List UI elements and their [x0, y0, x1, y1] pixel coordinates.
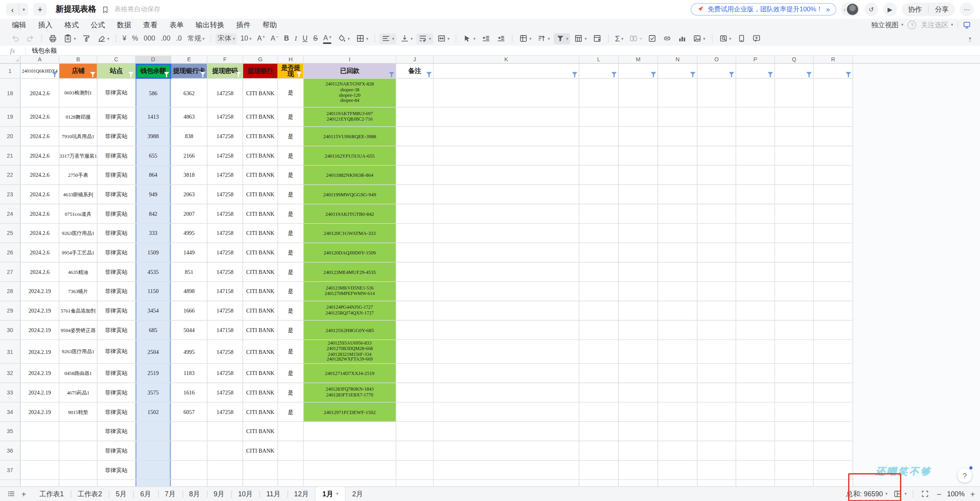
cell-H31[interactable]: 是	[278, 340, 304, 364]
cell-E30[interactable]: 5044	[171, 321, 208, 340]
cell-I29[interactable]: 240124PG44NJ5G-1727240125RQJ74QXN-1727	[304, 301, 396, 321]
filter-funnel-icon[interactable]	[651, 72, 656, 77]
thousand-separator-button[interactable]: 000	[142, 33, 157, 44]
row-header-21[interactable]: 21	[0, 146, 21, 166]
cell-K24[interactable]	[434, 204, 579, 224]
cell-N32[interactable]	[658, 364, 698, 383]
cell-R25[interactable]	[814, 224, 853, 243]
cell-G28[interactable]: CITI BANK	[243, 282, 278, 302]
collaborate-button[interactable]: 协作	[902, 5, 928, 14]
cell-F35[interactable]	[208, 422, 243, 441]
cell-O29[interactable]	[698, 301, 736, 321]
cell-N23[interactable]	[658, 185, 698, 204]
more-button[interactable]: ⋯	[960, 2, 974, 16]
cell-C28[interactable]: 菲律宾站	[98, 282, 136, 302]
cell-B23[interactable]: 4633眼镜系列	[59, 185, 98, 204]
eraser-button[interactable]: ▾	[95, 33, 111, 44]
cell-F26[interactable]: 147258	[208, 243, 243, 263]
italic-button[interactable]: I	[293, 33, 298, 44]
cell-O35[interactable]	[698, 422, 736, 441]
cell-R37[interactable]	[814, 461, 853, 480]
cell-A27[interactable]: 2024.2.6	[21, 263, 59, 282]
cell-J37[interactable]	[396, 461, 434, 480]
cell-R32[interactable]	[814, 364, 853, 383]
select-all-corner[interactable]	[0, 56, 21, 64]
cell-C21[interactable]: 菲律宾站	[98, 146, 136, 166]
sheet-tab-10[interactable]: 12月	[287, 487, 315, 501]
cell-R31[interactable]	[814, 340, 853, 364]
cell-O24[interactable]	[698, 204, 736, 224]
cell-O33[interactable]	[698, 383, 736, 403]
cell-I22[interactable]: 24011882NK9S3R-864	[304, 166, 396, 185]
cell-B22[interactable]: 2750手表	[59, 166, 98, 185]
cell-A29[interactable]: 2024.2.19	[21, 301, 59, 321]
cell-A22[interactable]: 2024.2.6	[21, 166, 59, 185]
cell-F27[interactable]: 147258	[208, 263, 243, 282]
slicer-button[interactable]	[591, 33, 604, 44]
cell-N25[interactable]	[658, 224, 698, 243]
cell-D26[interactable]: 1509	[136, 243, 171, 263]
cell-R23[interactable]	[814, 185, 853, 204]
cell-Q20[interactable]	[775, 127, 814, 146]
cell-Q26[interactable]	[775, 243, 814, 263]
cell-D36[interactable]	[136, 441, 171, 461]
cell-D20[interactable]: 3988	[136, 127, 171, 146]
cell-N22[interactable]	[658, 166, 698, 185]
cell-J32[interactable]	[396, 364, 434, 383]
filter-funnel-icon[interactable]	[846, 72, 851, 77]
cell-R20[interactable]	[814, 127, 853, 146]
cell-P22[interactable]	[736, 166, 775, 185]
cell-H23[interactable]: 是	[278, 185, 304, 204]
cell-G37[interactable]	[243, 461, 278, 480]
filter-funnel-icon[interactable]	[572, 72, 577, 77]
cell-C38[interactable]	[98, 480, 136, 486]
back-button[interactable]: ‹	[6, 3, 19, 16]
cell-C22[interactable]: 菲律宾站	[98, 166, 136, 185]
cell-L28[interactable]	[579, 282, 619, 302]
cell-F31[interactable]: 147258	[208, 340, 243, 364]
cell-J18[interactable]	[396, 79, 434, 108]
row-header-18[interactable]: 18	[0, 79, 21, 108]
sheet-tab-3[interactable]: 5月	[109, 487, 133, 501]
table-style-button[interactable]: ▾	[572, 33, 588, 44]
cell-D23[interactable]: 949	[136, 185, 171, 204]
add-sheet-button[interactable]: +	[18, 488, 30, 500]
sheet-tab-11[interactable]: 1月▾	[316, 487, 345, 501]
cell-I31[interactable]: 240125S5AU6956-8332401270B3DQM28-6682401…	[304, 340, 396, 364]
cell-G26[interactable]: CITI BANK	[243, 243, 278, 263]
cell-E18[interactable]: 6362	[171, 79, 208, 108]
column-header-O[interactable]: O	[698, 56, 736, 64]
cell-K28[interactable]	[434, 282, 579, 302]
header-cell-P[interactable]	[736, 64, 775, 78]
new-document-button[interactable]: +	[33, 3, 47, 16]
data-validation-button[interactable]: ▾	[461, 33, 477, 44]
cell-R38[interactable]	[814, 480, 853, 486]
cell-N35[interactable]	[658, 422, 698, 441]
cell-C33[interactable]: 菲律宾站	[98, 383, 136, 403]
header-cell-A[interactable]: 240101Q6KHDX4	[21, 64, 59, 78]
cell-E29[interactable]: 1666	[171, 301, 208, 321]
column-header-J[interactable]: J	[396, 56, 434, 64]
cell-I26[interactable]: 240120DAQJHD0Y-1509	[304, 243, 396, 263]
cell-E38[interactable]	[171, 480, 208, 486]
row-header-22[interactable]: 22	[0, 166, 21, 185]
font-color-button[interactable]: A▾	[321, 32, 333, 45]
print-button[interactable]	[46, 33, 60, 44]
cell-P37[interactable]	[736, 461, 775, 480]
row-header-23[interactable]: 23	[0, 185, 21, 204]
cell-J33[interactable]	[396, 383, 434, 403]
font-decrease-button[interactable]: A−	[269, 33, 281, 44]
cell-K35[interactable]	[434, 422, 579, 441]
cell-K36[interactable]	[434, 441, 579, 461]
column-header-A[interactable]: A	[21, 56, 59, 64]
cell-H27[interactable]: 是	[278, 263, 304, 282]
cell-B34[interactable]: 9015鞋垫	[59, 403, 98, 422]
cell-C18[interactable]: 菲律宾站	[98, 79, 136, 108]
cell-F37[interactable]	[208, 461, 243, 480]
cell-M32[interactable]	[619, 364, 658, 383]
chart-button[interactable]	[676, 33, 689, 44]
zoom-in-button[interactable]: +	[970, 489, 975, 499]
cell-B29[interactable]: 5761食品添加剂	[59, 301, 98, 321]
cell-B27[interactable]: 4635精油	[59, 263, 98, 282]
presentation-view-icon[interactable]	[962, 21, 971, 29]
